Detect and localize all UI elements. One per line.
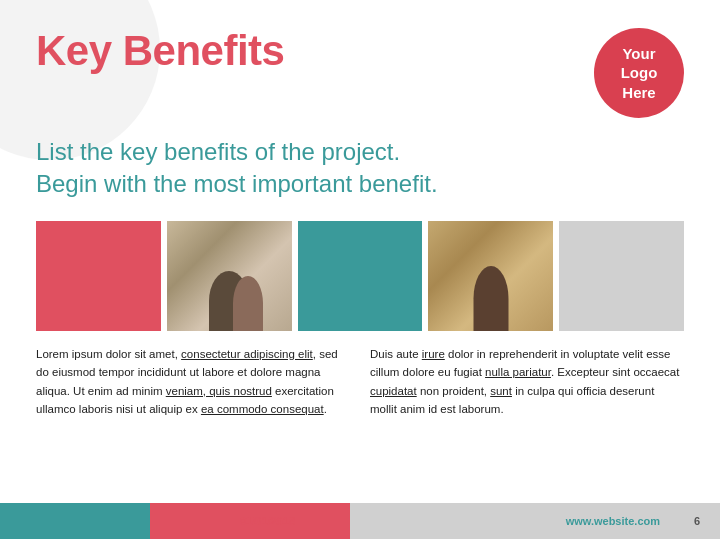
body-text-right: Duis aute irure dolor in reprehenderit i… — [370, 345, 684, 419]
image-block-5 — [559, 221, 684, 331]
subtitle-area: List the key benefits of the project. Be… — [0, 118, 720, 211]
logo-text: YourLogoHere — [621, 44, 658, 103]
body-col-right: Duis aute irure dolor in reprehenderit i… — [370, 345, 684, 419]
footer-page: 6 — [694, 515, 700, 527]
image-block-1 — [36, 221, 161, 331]
slide-title: Key Benefits — [36, 28, 284, 74]
footer-meta: 01/01/2018 www.website.com 6 — [0, 503, 720, 539]
footer-website: www.website.com — [566, 515, 660, 527]
image-block-4 — [428, 221, 553, 331]
photo-1 — [167, 221, 292, 331]
logo-circle: YourLogoHere — [594, 28, 684, 118]
image-strip — [36, 221, 684, 331]
image-block-2 — [167, 221, 292, 331]
subtitle-line2: Begin with the most important benefit. — [36, 168, 684, 200]
subtitle-line1: List the key benefits of the project. — [36, 136, 684, 168]
body-text-area: Lorem ipsum dolor sit amet, consectetur … — [0, 345, 720, 419]
slide: Key Benefits YourLogoHere List the key b… — [0, 0, 720, 539]
image-block-3 — [298, 221, 423, 331]
subtitle: List the key benefits of the project. Be… — [36, 136, 684, 201]
photo-2 — [428, 221, 553, 331]
body-col-left: Lorem ipsum dolor sit amet, consectetur … — [36, 345, 350, 419]
header: Key Benefits YourLogoHere — [0, 0, 720, 118]
body-text-left: Lorem ipsum dolor sit amet, consectetur … — [36, 345, 350, 419]
footer-date: 01/01/2018 — [240, 515, 295, 527]
